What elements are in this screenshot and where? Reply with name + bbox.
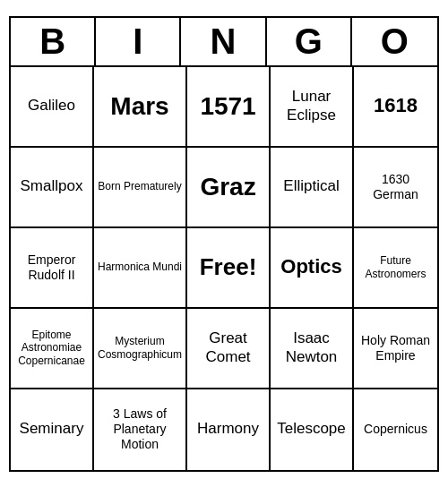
cell-text-18: Isaac Newton	[274, 329, 349, 366]
header-letter-n: N	[181, 18, 266, 65]
bingo-cell-22: Harmony	[187, 389, 271, 470]
bingo-cell-23: Telescope	[271, 389, 354, 470]
bingo-cell-4: 1618	[354, 67, 437, 148]
header-letter-b: B	[11, 18, 96, 65]
cell-text-9: 1630 German	[358, 172, 434, 202]
cell-text-1: Mars	[110, 91, 168, 122]
cell-text-20: Seminary	[20, 420, 84, 438]
cell-text-6: Born Prematurely	[98, 180, 181, 192]
cell-text-12: Free!	[200, 253, 257, 281]
bingo-card: BINGO GalileoMars1571Lunar Eclipse1618Sm…	[9, 16, 439, 472]
cell-text-3: Lunar Eclipse	[274, 88, 349, 124]
bingo-cell-10: Emperor Rudolf II	[11, 228, 94, 309]
bingo-cell-5: Smallpox	[11, 148, 94, 228]
header-letter-i: I	[96, 18, 181, 65]
cell-text-7: Graz	[200, 172, 255, 202]
cell-text-13: Optics	[280, 255, 341, 278]
cell-text-2: 1571	[200, 91, 255, 122]
bingo-cell-18: Isaac Newton	[271, 309, 354, 389]
cell-text-14: Future Astronomers	[358, 254, 434, 280]
cell-text-19: Holy Roman Empire	[358, 333, 434, 363]
bingo-cell-3: Lunar Eclipse	[271, 67, 354, 148]
bingo-cell-21: 3 Laws of Planetary Motion	[94, 389, 187, 470]
bingo-cell-9: 1630 German	[354, 148, 437, 228]
bingo-cell-2: 1571	[187, 67, 271, 148]
bingo-cell-12: Free!	[187, 228, 271, 309]
cell-text-5: Smallpox	[21, 177, 83, 195]
cell-text-21: 3 Laws of Planetary Motion	[98, 406, 182, 451]
bingo-cell-0: Galileo	[11, 67, 94, 148]
cell-text-16: Mysterium Cosmographicum	[98, 335, 182, 361]
bingo-cell-13: Optics	[271, 228, 354, 309]
bingo-cell-6: Born Prematurely	[94, 148, 187, 228]
cell-text-24: Copernicus	[364, 422, 427, 437]
bingo-cell-7: Graz	[187, 148, 271, 228]
cell-text-22: Harmony	[197, 420, 259, 438]
bingo-header: BINGO	[11, 18, 437, 67]
bingo-cell-16: Mysterium Cosmographicum	[94, 309, 187, 389]
bingo-cell-11: Harmonica Mundi	[94, 228, 187, 309]
bingo-cell-14: Future Astronomers	[354, 228, 437, 309]
cell-text-11: Harmonica Mundi	[98, 261, 182, 273]
cell-text-0: Galileo	[28, 97, 75, 115]
bingo-cell-1: Mars	[94, 67, 187, 148]
bingo-cell-17: Great Comet	[187, 309, 271, 389]
bingo-cell-8: Elliptical	[271, 148, 354, 228]
header-letter-g: G	[267, 18, 352, 65]
bingo-cell-19: Holy Roman Empire	[354, 309, 437, 389]
cell-text-8: Elliptical	[283, 177, 339, 195]
cell-text-17: Great Comet	[191, 329, 265, 366]
bingo-cell-24: Copernicus	[354, 389, 437, 470]
cell-text-4: 1618	[374, 94, 418, 117]
bingo-cell-15: Epitome Astronomiae Copernicanae	[11, 309, 94, 389]
cell-text-23: Telescope	[277, 420, 346, 438]
cell-text-15: Epitome Astronomiae Copernicanae	[14, 329, 89, 367]
header-letter-o: O	[352, 18, 437, 65]
bingo-cell-20: Seminary	[11, 389, 94, 470]
bingo-grid: GalileoMars1571Lunar Eclipse1618Smallpox…	[11, 67, 437, 470]
cell-text-10: Emperor Rudolf II	[14, 252, 89, 283]
